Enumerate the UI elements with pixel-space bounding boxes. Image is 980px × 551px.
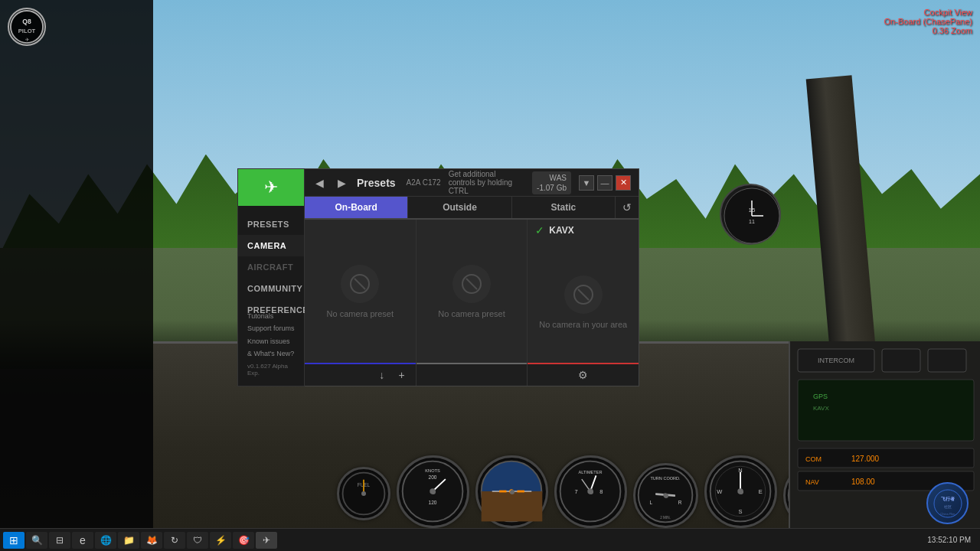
svg-text:PILOT: PILOT [18,28,36,34]
taskbar-game[interactable]: 🎯 [233,532,254,549]
view-line1: Cockpit View [884,8,972,17]
onboard-download-button[interactable]: ↓ [374,367,390,383]
svg-rect-50 [798,448,974,468]
storage-badge: WAS -1.07 Gb [532,171,571,194]
svg-text:W: W [717,488,723,495]
dialog-tab-bar: On-Board Outside Static ↺ [305,197,639,220]
svg-text:INTERCOM: INTERCOM [818,357,854,364]
view-line2: On-Board (ChasePane) [884,17,972,26]
svg-text:TURN COORD.: TURN COORD. [650,476,681,481]
sidebar-item-presets[interactable]: PRESETS [238,214,304,235]
window-controls: ▼ — ✕ [579,175,631,191]
taskbar-time: 13:52:10 PM [921,536,977,544]
pilot-logo: Q8 PILOT ✈ [8,8,46,46]
tab-static[interactable]: Static [512,197,616,218]
dialog-content: No camera preset ↓ + No camera pre [305,220,639,386]
fuel-gauge: FUEL [337,467,390,520]
onboard-add-button[interactable]: + [394,367,410,383]
svg-text:127.000: 127.000 [851,455,880,463]
static-empty-text: No camera in your area [539,320,627,329]
static-empty-icon [564,276,603,314]
badge-value: -1.07 Gb [537,183,567,193]
taskbar-refresh[interactable]: ↻ [164,532,185,549]
kavx-label: KAVX [549,225,573,236]
start-button[interactable]: ⊞ [3,532,24,549]
altimeter: ALTIMETER 7 8 [554,455,627,528]
left-dark-panel [0,0,153,551]
taskbar-explorer[interactable]: 📁 [118,532,139,549]
community-logo: 飞行者 社区 China Flier [926,482,969,524]
svg-line-70 [578,289,589,300]
static-settings-button[interactable]: ⚙ [576,367,591,383]
community-logo-area: 飞行者 社区 China Flier [926,482,969,524]
svg-point-14 [509,489,514,494]
badge-was: WAS [550,173,567,183]
svg-text:NAV: NAV [805,478,819,486]
taskbar-power[interactable]: ⚡ [210,532,231,549]
dialog-main-panel: ◀ ▶ Presets A2A C172 Get additional cont… [305,168,639,386]
taskbar-task-view[interactable]: ⊟ [49,532,70,549]
svg-rect-46 [928,349,966,372]
nav-forward-button[interactable]: ▶ [335,175,349,191]
static-column: ✓ KAVX No camera in your area ⚙ [528,220,639,386]
svg-text:7: 7 [574,488,577,495]
taskbar-ie[interactable]: 🌐 [95,532,116,549]
svg-text:11: 11 [749,219,755,224]
sidebar-logo-button[interactable]: ✈ [238,169,304,206]
support-forums-link[interactable]: Support forums [247,322,295,334]
version-label: v0.1.627 Alpha Exp. [247,363,295,377]
dialog-subtitle: Get additional controls by holding CTRL [449,170,524,195]
svg-text:L: L [650,500,653,505]
outside-empty-text: No camera preset [438,309,505,318]
svg-text:KNOTS: KNOTS [425,468,440,473]
taskbar: ⊞ 🔍 ⊟ e 🌐 📁 🦊 ↻ 🛡 ⚡ 🎯 ✈ 13:52:10 PM [0,528,980,551]
dialog-title: Presets [357,177,396,189]
onboard-empty-text: No camera preset [327,309,394,318]
minimize-button[interactable]: — [597,175,612,191]
heading-indicator: N E S W [704,455,777,528]
svg-text:China Flier: China Flier [940,512,956,516]
close-button[interactable]: ✕ [616,175,631,191]
onboard-body: No camera preset [305,220,416,363]
taskbar-flight-sim[interactable]: ✈ [256,532,277,549]
dialog-aircraft: A2A C172 [407,178,441,187]
svg-line-68 [466,279,477,289]
svg-text:飞行者: 飞行者 [941,496,956,501]
dialog-titlebar: ◀ ▶ Presets A2A C172 Get additional cont… [305,169,639,197]
outside-column: No camera preset [416,220,528,386]
kavx-entry[interactable]: ✓ KAVX [528,220,639,241]
svg-text:Q8: Q8 [22,18,31,25]
svg-text:✈: ✈ [25,37,29,42]
airspeed-indicator: 200 KNOTS 120 [397,455,469,528]
svg-text:2 MIN.: 2 MIN. [660,516,671,520]
known-issues-link[interactable]: Known issues & What's New? [247,335,295,360]
svg-text:8: 8 [599,488,603,495]
check-icon: ✓ [535,224,544,236]
svg-text:ALTIMETER: ALTIMETER [579,470,603,474]
taskbar-search[interactable]: 🔍 [26,532,47,549]
outside-empty-icon [452,265,491,303]
taskbar-firefox[interactable]: 🦊 [141,532,162,549]
outside-body: No camera preset [416,220,528,363]
view-line3: 0.36 Zoom [884,26,972,35]
svg-point-27 [663,493,668,497]
sidebar-item-camera[interactable]: CAMERA [238,235,304,256]
sidebar-item-community[interactable]: COMMUNITY [238,278,304,299]
tab-outside[interactable]: Outside [408,197,511,218]
sidebar-item-aircraft[interactable]: AIRCRAFT [238,256,304,278]
svg-line-66 [354,279,365,289]
filter-button[interactable]: ▼ [579,175,594,191]
svg-point-36 [737,488,743,494]
outside-footer [416,363,528,386]
refresh-button[interactable]: ↺ [616,197,639,218]
svg-point-21 [587,488,593,494]
tutorials-link[interactable]: Tutorials [247,310,295,322]
clock-instrument: 15 11 [720,184,781,245]
svg-text:COM: COM [805,455,822,463]
taskbar-edge[interactable]: e [72,532,93,549]
taskbar-security[interactable]: 🛡 [187,532,208,549]
nav-back-button[interactable]: ◀ [312,175,327,191]
svg-rect-45 [882,349,920,372]
tab-onboard[interactable]: On-Board [305,197,408,218]
svg-text:108.00: 108.00 [851,478,875,486]
